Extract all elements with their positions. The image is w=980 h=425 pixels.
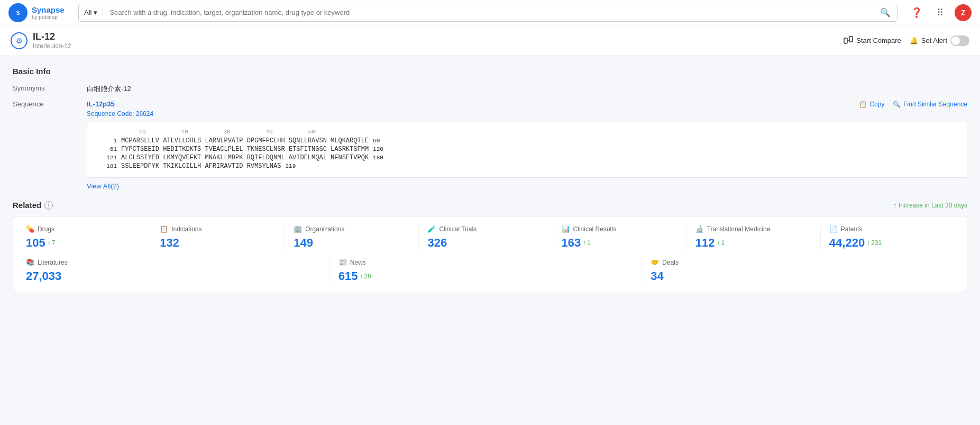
target-icon: ⚙ [11, 32, 28, 49]
drugs-label: Drugs [38, 225, 54, 233]
related-item-literatures[interactable]: 📚 Literatures 27,033 [26, 258, 330, 283]
related-title: Related i [13, 201, 53, 210]
news-count: 615 ↑26 [338, 269, 634, 283]
seq-line-4: 181 SSLEEPDFYK TKIKLCILLH AFRIRAVTID RVM… [96, 162, 958, 170]
related-item-news[interactable]: 📰 News 615 ↑26 [330, 258, 643, 283]
logo-brand: Synapse [32, 5, 65, 14]
chevron-down-icon: ▾ [94, 8, 97, 16]
organizations-label: Organizations [305, 225, 344, 233]
sequence-code-value: 26624 [136, 110, 153, 117]
translational-increase: ↑1 [717, 239, 725, 247]
synonyms-value: 白细胞介素-12 [87, 84, 131, 94]
news-label: News [350, 259, 366, 266]
seq-line-2: 61 FYPCTSEEID HEDITKDKTS TVEACLPLEL TKNE… [96, 146, 958, 153]
search-button[interactable]: 🔍 [874, 7, 897, 17]
search-filter-label: All [84, 8, 91, 16]
clinical-trials-count: 326 [427, 236, 544, 250]
translational-icon: 🔬 [695, 225, 704, 233]
related-item-clinical-results[interactable]: 📊 Clinical Results 163 ↑1 [553, 225, 687, 250]
view-all-link[interactable]: View All(2) [87, 182, 119, 190]
literatures-label: Literatures [38, 259, 68, 266]
sequence-row: Sequence IL-12p35 📋 Copy 🔍 Find Similar … [13, 100, 967, 194]
clinical-results-increase: ↑1 [583, 239, 591, 247]
drugs-icon: 💊 [26, 225, 34, 233]
indications-icon: 📋 [160, 225, 168, 233]
copy-icon: 📋 [859, 101, 867, 108]
target-info: IL-12 Interleukin-12 [33, 31, 71, 50]
find-similar-icon: 🔍 [893, 101, 901, 108]
bell-icon: 🔔 [910, 37, 918, 44]
organizations-icon: 🏢 [294, 225, 302, 233]
navbar: S Synapse by patsnap All ▾ 🔍 ❓ ⠿ Z [0, 0, 980, 25]
drugs-increase: ↑7 [48, 239, 56, 247]
related-item-clinical-trials[interactable]: 🧪 Clinical Trials 326 [419, 225, 553, 250]
sequence-box: 10 20 30 40 50 1 MCPARSLLLV ATLVLLDHLS L… [87, 122, 967, 178]
svg-rect-3 [849, 37, 853, 42]
main-content: Basic Info Synonyms 白细胞介素-12 Sequence IL… [0, 56, 980, 425]
search-input[interactable] [103, 8, 874, 16]
apps-button[interactable]: ⠿ [931, 4, 948, 21]
target-left: ⚙ IL-12 Interleukin-12 [11, 31, 71, 50]
start-compare-button[interactable]: Start Compare [844, 35, 901, 46]
copy-button[interactable]: 📋 Copy [859, 101, 884, 108]
info-icon: i [44, 201, 53, 210]
seq-line-1: 1 MCPARSLLLV ATLVLLDHLS LARNLPVATP DPGMF… [96, 137, 958, 144]
literatures-count: 27,033 [26, 269, 321, 283]
literatures-icon: 📚 [26, 258, 34, 266]
logo-sub: by patsnap [32, 14, 65, 20]
nav-icons: ❓ ⠿ Z [908, 4, 972, 21]
logo-icon: S [8, 3, 28, 22]
search-filter-dropdown[interactable]: All ▾ [79, 8, 103, 16]
patents-increase: ↑231 [867, 239, 882, 247]
related-grid-top: 💊 Drugs 105 ↑7 📋 Indications 132 [26, 225, 954, 250]
target-actions: Start Compare 🔔 Set Alert [844, 35, 969, 46]
user-avatar[interactable]: Z [955, 4, 972, 21]
clinical-results-label: Clinical Results [573, 225, 617, 233]
alert-toggle[interactable] [950, 35, 969, 46]
basic-info-title: Basic Info [13, 67, 967, 76]
patents-count: 44,220 ↑231 [829, 236, 946, 250]
related-item-translational[interactable]: 🔬 Translational Medicine 112 ↑1 [687, 225, 821, 250]
related-header: Related i ↑ Increase in Last 30 days [13, 201, 967, 210]
target-header: ⚙ IL-12 Interleukin-12 Start Compare 🔔 S… [0, 25, 980, 56]
news-increase: ↑26 [360, 273, 371, 280]
compare-label: Start Compare [856, 37, 901, 44]
sequence-code-label: Sequence Code: [87, 110, 134, 117]
related-label: Related [13, 201, 41, 210]
compare-icon [844, 35, 853, 46]
svg-rect-2 [844, 38, 847, 43]
sequence-actions: 📋 Copy 🔍 Find Similar Sequence [859, 101, 967, 108]
related-item-drugs[interactable]: 💊 Drugs 105 ↑7 [26, 225, 151, 250]
arrow-up-icon: ↑ [893, 202, 896, 209]
seq-ruler: 10 20 30 40 50 [96, 129, 958, 135]
related-item-organizations[interactable]: 🏢 Organizations 149 [285, 225, 419, 250]
related-item-deals[interactable]: 🤝 Deals 34 [642, 258, 954, 283]
seq-line-3: 121 ALCLSSIYED LKMYQVEFKT MNAKLLMDPK RQI… [96, 154, 958, 161]
increase-note: ↑ Increase in Last 30 days [893, 202, 967, 209]
sequence-label: Sequence [13, 100, 87, 194]
related-item-indications[interactable]: 📋 Indications 132 [151, 225, 285, 250]
related-item-patents[interactable]: 📄 Patents 44,220 ↑231 [821, 225, 954, 250]
clinical-trials-label: Clinical Trials [439, 225, 477, 233]
translational-label: Translational Medicine [707, 225, 771, 233]
alert-area: 🔔 Set Alert [910, 35, 969, 46]
increase-note-text: Increase in Last 30 days [899, 202, 967, 209]
sequence-name: IL-12p35 [87, 100, 115, 108]
related-card: 💊 Drugs 105 ↑7 📋 Indications 132 [13, 216, 967, 292]
indications-count: 132 [160, 236, 276, 250]
clinical-results-count: 163 ↑1 [562, 236, 678, 250]
help-button[interactable]: ❓ [908, 4, 925, 21]
translational-count: 112 ↑1 [695, 236, 812, 250]
logo-area: S Synapse by patsnap [8, 3, 72, 22]
find-similar-button[interactable]: 🔍 Find Similar Sequence [893, 101, 967, 108]
sequence-code: Sequence Code: 26624 [87, 110, 967, 117]
deals-count: 34 [651, 269, 946, 283]
patents-icon: 📄 [829, 225, 838, 233]
target-name: IL-12 [33, 31, 71, 42]
drugs-count: 105 ↑7 [26, 236, 142, 250]
copy-label: Copy [869, 101, 884, 108]
clinical-trials-icon: 🧪 [427, 225, 436, 233]
organizations-count: 149 [294, 236, 410, 250]
patents-label: Patents [841, 225, 863, 233]
deals-icon: 🤝 [651, 258, 659, 266]
